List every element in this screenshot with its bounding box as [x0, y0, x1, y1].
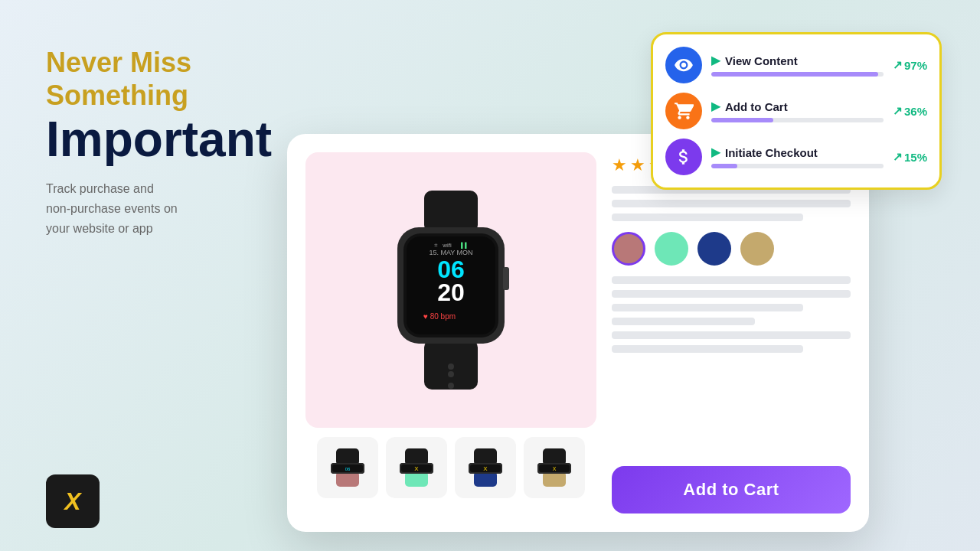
svg-rect-16 [336, 448, 359, 465]
star-2: ★ [630, 155, 645, 175]
stat-percent-initiate-checkout: ↗ 15% [893, 150, 927, 164]
headline: Important [46, 115, 306, 164]
stat-bar-add-to-cart [711, 118, 773, 122]
logo: X [46, 474, 100, 528]
spec-line-1 [612, 276, 851, 284]
stats-panel: ▶ View Content ↗ 97% ▶ Add to Cart [651, 32, 942, 190]
add-to-cart-button[interactable]: Add to Cart [612, 466, 851, 514]
svg-text:X: X [483, 465, 488, 472]
color-swatch-gold[interactable] [740, 232, 774, 266]
svg-text:⌗: ⌗ [434, 242, 438, 249]
initiate-checkout-icon [665, 139, 702, 175]
product-spec-lines [612, 276, 851, 353]
thumb-green[interactable]: X [386, 437, 447, 498]
stat-content-view-content: ▶ View Content [711, 54, 884, 77]
subtext: Track purchase andnon-purchase events on… [46, 179, 306, 238]
product-details: ★ ★ ★ ★ ★ Add to Cart [612, 152, 851, 514]
svg-point-13 [448, 371, 454, 377]
color-swatch-rose[interactable] [612, 232, 645, 266]
stat-content-initiate-checkout: ▶ Initiate Checkout [711, 145, 884, 168]
stat-bar-view-content [711, 72, 878, 77]
stat-label-view-content: ▶ View Content [711, 54, 884, 67]
stat-label-initiate-checkout: ▶ Initiate Checkout [711, 145, 884, 159]
spec-line-3 [612, 304, 803, 311]
color-swatch-blue[interactable] [697, 232, 731, 266]
svg-point-14 [448, 383, 454, 389]
svg-text:06: 06 [345, 467, 351, 471]
stat-content-add-to-cart: ▶ Add to Cart [711, 99, 884, 122]
svg-rect-0 [424, 191, 478, 233]
stat-label-add-to-cart: ▶ Add to Cart [711, 99, 884, 113]
stat-bar-bg-add-to-cart [711, 118, 884, 122]
product-card: 15. MAY MON 06 20 ♥ 80 bpm ⌗ wifi ▌▌ [287, 134, 869, 532]
svg-rect-34 [543, 448, 566, 465]
logo-text: X [64, 487, 80, 516]
watch-svg: 15. MAY MON 06 20 ♥ 80 bpm ⌗ wifi ▌▌ [367, 191, 535, 390]
stat-row-add-to-cart: ▶ Add to Cart ↗ 36% [665, 93, 927, 129]
svg-text:♥ 80 bpm: ♥ 80 bpm [423, 312, 456, 321]
svg-rect-12 [503, 267, 509, 290]
text-line-2 [612, 200, 851, 207]
product-images: 15. MAY MON 06 20 ♥ 80 bpm ⌗ wifi ▌▌ [305, 152, 596, 514]
svg-point-15 [448, 364, 454, 370]
color-swatch-green[interactable] [655, 232, 688, 266]
text-line-3 [612, 214, 803, 221]
svg-text:wifi: wifi [442, 242, 452, 249]
svg-text:X: X [414, 465, 419, 472]
stat-bar-bg-view-content [711, 72, 884, 77]
svg-rect-22 [405, 448, 428, 465]
spec-line-6 [612, 345, 803, 353]
svg-rect-28 [474, 448, 497, 465]
add-to-cart-icon [665, 93, 702, 129]
stat-percent-add-to-cart: ↗ 36% [893, 104, 927, 118]
up-arrow-view-content: ↗ [893, 58, 903, 72]
spec-line-5 [612, 331, 851, 339]
left-section: Never Miss Something Important Track pur… [46, 46, 306, 238]
color-options [612, 232, 851, 266]
thumb-blue[interactable]: X [455, 437, 516, 498]
stat-bar-initiate-checkout [711, 164, 737, 168]
svg-text:X: X [553, 466, 557, 471]
main-image-area: 15. MAY MON 06 20 ♥ 80 bpm ⌗ wifi ▌▌ [305, 152, 596, 428]
stat-row-view-content: ▶ View Content ↗ 97% [665, 47, 927, 83]
up-arrow-initiate-checkout: ↗ [893, 150, 903, 164]
product-thumbnails: 06 X X [305, 437, 596, 498]
svg-text:20: 20 [437, 279, 465, 306]
tagline: Never Miss Something [46, 46, 306, 112]
up-arrow-add-to-cart: ↗ [893, 104, 903, 118]
thumb-gold[interactable]: X [524, 437, 585, 498]
stat-row-initiate-checkout: ▶ Initiate Checkout ↗ 15% [665, 139, 927, 175]
product-description-lines [612, 186, 851, 221]
spec-line-2 [612, 290, 851, 298]
stat-bar-bg-initiate-checkout [711, 164, 884, 168]
view-content-icon [665, 47, 702, 83]
thumb-rose[interactable]: 06 [317, 437, 378, 498]
star-1: ★ [612, 155, 627, 175]
stat-percent-view-content: ↗ 97% [893, 58, 927, 72]
spec-line-4 [612, 318, 755, 325]
